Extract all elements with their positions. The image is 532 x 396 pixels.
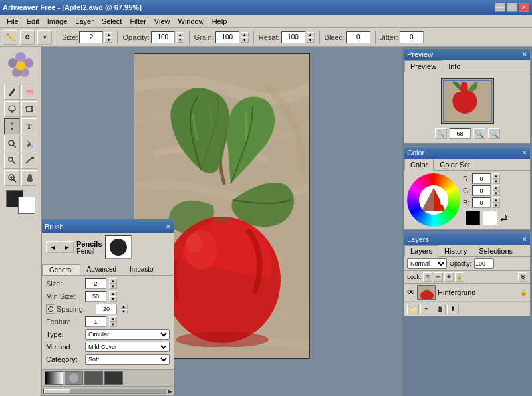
- color-panel-header[interactable]: Color ✕: [404, 147, 530, 159]
- pencil-tool[interactable]: [4, 84, 20, 100]
- grain-up[interactable]: ▲: [241, 32, 249, 37]
- grain-down[interactable]: ▼: [241, 37, 249, 43]
- opacity-input[interactable]: [151, 31, 175, 43]
- min-size-input[interactable]: [85, 291, 106, 302]
- menu-view[interactable]: View: [150, 17, 174, 26]
- tab-selections[interactable]: Selections: [473, 245, 519, 256]
- menu-help[interactable]: Help: [208, 17, 231, 26]
- spacing-down-btn[interactable]: ▼: [120, 309, 128, 314]
- toolbar-settings-btn[interactable]: ⚙: [20, 30, 35, 45]
- hand-tool[interactable]: [21, 170, 37, 186]
- lock-pixels-btn[interactable]: ✏: [434, 272, 443, 282]
- crop-tool[interactable]: [21, 101, 37, 117]
- fg-swatch[interactable]: [466, 211, 480, 225]
- move-tool[interactable]: [4, 118, 20, 134]
- tab-layers[interactable]: Layers: [404, 245, 438, 257]
- spacing-up-btn[interactable]: ▲: [120, 304, 128, 309]
- brush-size-input[interactable]: [85, 278, 106, 289]
- size-up-btn[interactable]: ▲: [109, 278, 117, 284]
- resat-down[interactable]: ▼: [307, 37, 315, 43]
- lasso-tool[interactable]: [4, 101, 20, 117]
- b-down[interactable]: ▼: [492, 203, 500, 208]
- brush-preset-2[interactable]: [65, 371, 83, 385]
- new-layer-btn[interactable]: +: [420, 304, 432, 314]
- preview-header-close[interactable]: ✕: [522, 51, 527, 58]
- feature-down-btn[interactable]: ▼: [109, 322, 117, 327]
- magnify-tool[interactable]: [4, 170, 20, 186]
- spacing-input[interactable]: [96, 304, 117, 314]
- background-color[interactable]: [18, 197, 35, 214]
- close-button[interactable]: ✕: [519, 3, 529, 12]
- lock-all-btn[interactable]: 🔒: [455, 272, 464, 282]
- tab-history[interactable]: History: [438, 245, 473, 256]
- minsize-down-btn[interactable]: ▼: [109, 296, 117, 302]
- resat-input[interactable]: [281, 31, 305, 43]
- layer-row-hintergrund[interactable]: 👁 Hintergrund 🔒: [404, 284, 530, 302]
- layer-chain-btn[interactable]: ⛓: [518, 272, 527, 282]
- brush-scrollbar[interactable]: ▶: [42, 386, 174, 395]
- brush-panel-header[interactable]: Brush ✕: [42, 221, 174, 233]
- tab-colorset[interactable]: Color Set: [434, 159, 476, 170]
- menu-edit[interactable]: Edit: [23, 17, 43, 26]
- brush-next-btn[interactable]: ▶: [61, 241, 74, 253]
- color-header-close[interactable]: ✕: [522, 149, 527, 156]
- g-down[interactable]: ▼: [492, 191, 500, 196]
- color-swatch-area[interactable]: [6, 190, 35, 214]
- g-input[interactable]: [472, 185, 491, 196]
- scroll-track[interactable]: [43, 389, 166, 394]
- scroll-thumb[interactable]: [44, 389, 70, 393]
- toolbar-extra-btn[interactable]: ▾: [37, 30, 52, 45]
- brush-preset-3[interactable]: [84, 371, 103, 385]
- bg-swatch[interactable]: [483, 211, 497, 225]
- preview-zoom-out[interactable]: 🔍: [435, 128, 447, 139]
- method-select[interactable]: Mild Cover: [85, 342, 170, 352]
- tab-preview[interactable]: Preview: [404, 60, 442, 72]
- r-down[interactable]: ▼: [492, 179, 500, 184]
- brush-header-close[interactable]: ✕: [166, 223, 171, 230]
- type-select[interactable]: Circular: [85, 329, 170, 340]
- size-down[interactable]: ▼: [104, 37, 112, 43]
- menu-select[interactable]: Select: [98, 17, 126, 26]
- menu-filter[interactable]: Filter: [126, 17, 150, 26]
- preview-panel-header[interactable]: Preview ✕: [404, 49, 530, 60]
- maximize-button[interactable]: □: [507, 3, 517, 12]
- minimize-button[interactable]: —: [495, 3, 505, 12]
- size-up[interactable]: ▲: [104, 32, 112, 37]
- layers-opacity-input[interactable]: [474, 258, 494, 269]
- menu-image[interactable]: Image: [43, 17, 72, 26]
- color-wheel[interactable]: [407, 173, 460, 227]
- size-down-btn[interactable]: ▼: [109, 284, 117, 289]
- swap-colors-btn[interactable]: ⇄: [500, 213, 508, 223]
- brush-preset-1[interactable]: [45, 371, 63, 385]
- menu-layer[interactable]: Layer: [71, 17, 98, 26]
- zoom-tool[interactable]: [4, 136, 20, 151]
- layers-panel-header[interactable]: Layers ✕: [404, 233, 530, 245]
- jitter-input[interactable]: [400, 31, 424, 43]
- size-input[interactable]: [79, 31, 103, 43]
- feature-input[interactable]: [85, 316, 106, 327]
- feature-up-btn[interactable]: ▲: [109, 316, 117, 322]
- r-input[interactable]: [472, 173, 491, 184]
- lock-transparency-btn[interactable]: ⊡: [423, 272, 432, 282]
- brush-tab-impasto[interactable]: Impasto: [123, 264, 160, 275]
- eraser-tool[interactable]: [21, 84, 37, 100]
- fill-tool[interactable]: [21, 136, 37, 151]
- menu-window[interactable]: Window: [174, 17, 208, 26]
- opacity-down[interactable]: ▼: [176, 37, 184, 43]
- blend-mode-select[interactable]: Normal: [407, 258, 447, 269]
- category-select[interactable]: Soft: [85, 354, 170, 365]
- delete-layer-btn[interactable]: 🗑: [434, 304, 446, 314]
- clone-tool[interactable]: [4, 153, 20, 169]
- layer-visibility-icon[interactable]: 👁: [407, 288, 415, 297]
- tab-info[interactable]: Info: [442, 60, 466, 72]
- brush-tab-general[interactable]: General: [42, 264, 80, 275]
- preview-zoom-in2[interactable]: 🔍: [488, 128, 500, 139]
- opacity-up[interactable]: ▲: [176, 32, 184, 37]
- preview-zoom-in1[interactable]: 🔍: [473, 128, 485, 139]
- spacing-toggle[interactable]: ⏱: [46, 304, 55, 314]
- g-up[interactable]: ▲: [492, 185, 500, 191]
- resat-up[interactable]: ▲: [307, 32, 315, 37]
- layers-header-close[interactable]: ✕: [522, 236, 527, 243]
- toolbar-brush-btn[interactable]: ✏️: [3, 30, 17, 45]
- brush-preset-4[interactable]: [104, 371, 123, 385]
